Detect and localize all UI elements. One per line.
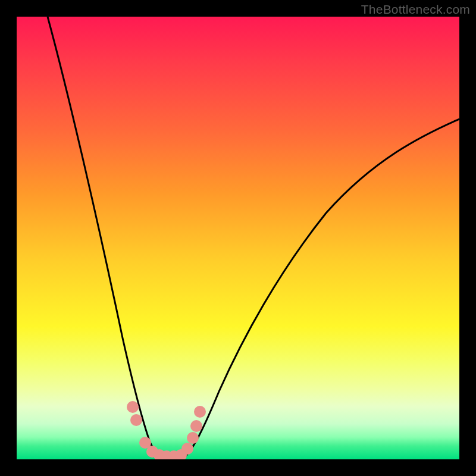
marker-dot <box>194 406 206 418</box>
chart-plot-area <box>17 17 459 459</box>
marker-group <box>127 401 206 459</box>
marker-dot <box>190 420 202 432</box>
marker-dot <box>187 432 199 444</box>
left-curve <box>48 17 165 458</box>
attribution-label: TheBottleneck.com <box>361 2 470 17</box>
marker-dot <box>181 443 193 455</box>
marker-dot <box>127 401 139 413</box>
marker-dot <box>130 414 142 426</box>
right-curve <box>183 119 459 458</box>
chart-frame: TheBottleneck.com <box>0 0 476 476</box>
bottleneck-curve <box>17 17 459 459</box>
